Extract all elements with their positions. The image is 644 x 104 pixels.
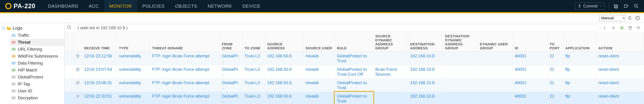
search-icon[interactable]: [633, 3, 639, 9]
cell-dest-addr[interactable]: 192.168.10.8: [408, 79, 443, 92]
cell-to-zone[interactable]: Trust-L3: [242, 92, 265, 104]
config-panel-icon[interactable]: [623, 3, 629, 9]
cell-to-port[interactable]: 21: [548, 79, 563, 92]
logs-tree-root[interactable]: – Logs: [0, 24, 64, 32]
column-header[interactable]: TO PORT: [548, 33, 563, 52]
table-row[interactable]: 12/16 22:33:51vulnerabilityFTP: login Br…: [64, 92, 644, 104]
column-header[interactable]: DESTINATION DYNAMIC ADDRESS GROUP: [443, 33, 478, 52]
cell-source-addr[interactable]: 192.168.50.6: [265, 65, 303, 79]
cell-action[interactable]: reset-client: [596, 79, 644, 92]
collapse-icon[interactable]: –: [2, 26, 5, 30]
filter-query-input[interactable]: [74, 24, 600, 31]
column-header[interactable]: [64, 33, 73, 52]
cell-app[interactable]: ftp: [563, 79, 596, 92]
column-header[interactable]: ID: [512, 33, 548, 52]
tab-dashboard[interactable]: DASHBOARD: [43, 0, 84, 12]
clear-filter-icon[interactable]: [610, 25, 616, 31]
cell-dest-addr[interactable]: 192.168.10.8: [408, 92, 443, 104]
cell-src-dag[interactable]: [373, 92, 408, 104]
cell-rule[interactable]: GlobalProtect to Trust: [335, 92, 373, 104]
cell-dest-dag[interactable]: [443, 65, 478, 79]
column-header[interactable]: [73, 33, 82, 52]
cell-source-addr[interactable]: 192.168.50.6: [265, 79, 303, 92]
sidebar-item-data-filtering[interactable]: Data Filtering: [10, 60, 64, 67]
detail-view-button[interactable]: [73, 92, 82, 104]
sidebar-item-globalprotect[interactable]: GlobalProtect: [10, 74, 64, 81]
column-header[interactable]: RULE: [335, 33, 373, 52]
cell-action[interactable]: reset-client: [596, 65, 644, 79]
log-table-scroll[interactable]: RECEIVE TIMETYPETHREAT ID/NAMEFROM ZONET…: [64, 33, 644, 104]
cell-id[interactable]: 40001: [512, 65, 548, 79]
cell-action[interactable]: reset-client: [596, 92, 644, 104]
cell-receive-time[interactable]: 12/16 23:06:31: [82, 79, 117, 92]
save-filter-icon[interactable]: [627, 25, 633, 31]
cell-source-user[interactable]: mivaldi: [303, 79, 335, 92]
column-header[interactable]: SOURCE DYNAMIC ADDRESS GROUP: [373, 33, 408, 52]
tab-network[interactable]: NETWORK: [202, 0, 237, 12]
column-header[interactable]: TYPE: [117, 33, 150, 52]
task-manager-icon[interactable]: [613, 3, 619, 9]
tab-acc[interactable]: ACC: [84, 0, 104, 12]
sidebar-item-decryption[interactable]: Decryption: [10, 95, 64, 102]
cell-app[interactable]: ftp: [563, 52, 596, 65]
cell-from-zone[interactable]: GlobalPr...: [220, 79, 242, 92]
cell-type[interactable]: vulnerability: [117, 52, 150, 65]
column-header[interactable]: SOURCE USER: [303, 33, 335, 52]
table-row[interactable]: 12/16 23:06:31vulnerabilityFTP: login Br…: [64, 79, 644, 92]
cell-threat[interactable]: FTP: login Brute Force attempt: [150, 52, 220, 65]
export-icon[interactable]: [636, 25, 642, 31]
cell-src-dag[interactable]: [373, 52, 408, 65]
cell-rule[interactable]: GlobalProtect to Trust: [335, 79, 373, 92]
cell-rule[interactable]: GlobalProtect to Trust: [335, 52, 373, 65]
column-header[interactable]: RECEIVE TIME: [82, 33, 117, 52]
cell-source-addr[interactable]: 192.168.50.6: [265, 52, 303, 65]
refresh-icon[interactable]: [627, 15, 633, 21]
detail-view-button[interactable]: [73, 52, 82, 65]
cell-to-zone[interactable]: Trust-L3: [242, 52, 265, 65]
cell-dest-dag[interactable]: [443, 79, 478, 92]
sidebar-item-user-id[interactable]: User-ID: [10, 88, 64, 95]
cell-dug[interactable]: [478, 52, 512, 65]
cell-to-port[interactable]: 21: [548, 92, 563, 104]
sidebar-item-hip-match[interactable]: HIP Match: [10, 67, 64, 74]
cell-dug[interactable]: [478, 92, 512, 104]
tab-monitor[interactable]: MONITOR: [104, 0, 137, 12]
column-header[interactable]: DESTINATION ADDRESS: [408, 33, 443, 52]
cell-type[interactable]: vulnerability: [117, 65, 150, 79]
column-header[interactable]: THREAT ID/NAME: [150, 33, 220, 52]
refresh-mode-select[interactable]: Manual: [599, 15, 625, 21]
cell-dest-dag[interactable]: [443, 92, 478, 104]
commit-button[interactable]: Commit: [575, 2, 604, 10]
cell-from-zone[interactable]: GlobalPr...: [220, 65, 242, 79]
table-row[interactable]: 12/16 23:12:56vulnerabilityFTP: login Br…: [64, 52, 644, 65]
detail-view-button[interactable]: [73, 65, 82, 79]
cell-receive-time[interactable]: 12/16 23:07:54: [82, 65, 117, 79]
cell-source-user[interactable]: mivaldi: [303, 65, 335, 79]
cell-app[interactable]: ftp: [563, 92, 596, 104]
column-header[interactable]: TO ZONE: [242, 33, 265, 52]
sidebar-item-ip-tag[interactable]: IP-Tag: [10, 81, 64, 88]
cell-source-user[interactable]: mivaldi: [303, 92, 335, 104]
sidebar-item-threat[interactable]: Threat: [10, 39, 64, 46]
cell-id[interactable]: 40001: [512, 79, 548, 92]
cell-threat[interactable]: FTP: login Brute Force attempt: [150, 65, 220, 79]
sidebar-item-url-filtering[interactable]: URL Filtering: [10, 46, 64, 53]
column-header[interactable]: SOURCE ADDRESS: [265, 33, 303, 52]
cell-rule[interactable]: GlobalProtect to Trust-Cool Off: [335, 65, 373, 79]
cell-to-zone[interactable]: Trust-L3: [242, 65, 265, 79]
table-row[interactable]: 12/16 23:07:54vulnerabilityFTP: login Br…: [64, 65, 644, 79]
tab-device[interactable]: DEVICE: [237, 0, 266, 12]
cell-dug[interactable]: [478, 79, 512, 92]
column-header[interactable]: APPLICATION: [563, 33, 596, 52]
detail-view-button[interactable]: [73, 79, 82, 92]
cell-from-zone[interactable]: GlobalPr...: [220, 52, 242, 65]
cell-dest-addr[interactable]: 192.168.10.8: [408, 65, 443, 79]
cell-receive-time[interactable]: 12/16 22:33:51: [82, 92, 117, 104]
cell-src-dag[interactable]: [373, 79, 408, 92]
cell-id[interactable]: 40001: [512, 92, 548, 104]
cell-dug[interactable]: [478, 65, 512, 79]
cell-source-user[interactable]: mivaldi: [303, 52, 335, 65]
column-header[interactable]: DYNAMIC USER GROUP: [478, 33, 512, 52]
cell-type[interactable]: vulnerability: [117, 79, 150, 92]
tab-objects[interactable]: OBJECTS: [170, 0, 202, 12]
